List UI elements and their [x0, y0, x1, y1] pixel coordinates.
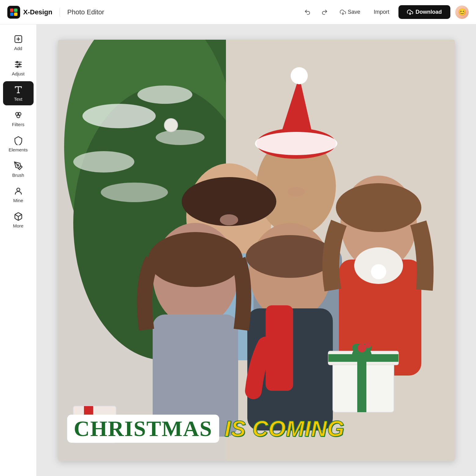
- app-name: X-Design: [23, 8, 52, 16]
- sidebar-text-label: Text: [14, 96, 23, 102]
- sidebar: Add Adjust: [0, 24, 37, 476]
- save-button[interactable]: Save: [336, 6, 365, 18]
- text-icon: [13, 85, 23, 95]
- sidebar-elements-label: Elements: [9, 147, 28, 152]
- logo-icon: [7, 6, 20, 19]
- sidebar-item-text[interactable]: Text: [3, 81, 34, 105]
- avatar-image: 😊: [455, 5, 469, 19]
- nav-divider: [60, 8, 60, 16]
- sidebar-add-label: Add: [14, 46, 22, 51]
- add-icon: [13, 34, 23, 44]
- mine-icon: [13, 186, 23, 196]
- sidebar-mine-label: Mine: [13, 198, 23, 203]
- canvas-wrapper[interactable]: Christmas IS COMING: [58, 40, 455, 461]
- brush-icon: [13, 161, 23, 171]
- redo-button[interactable]: [318, 6, 331, 18]
- sidebar-item-more[interactable]: More: [3, 208, 34, 232]
- sidebar-filters-label: Filters: [12, 122, 24, 127]
- svg-rect-3: [14, 13, 17, 16]
- nav-actions: Save Import Download 😊: [301, 5, 469, 19]
- sidebar-more-label: More: [13, 223, 23, 228]
- sidebar-item-mine[interactable]: Mine: [3, 183, 34, 207]
- svg-rect-68: [58, 40, 455, 461]
- canvas-image: Christmas IS COMING: [58, 40, 455, 461]
- more-icon: [13, 212, 23, 221]
- sidebar-item-filters[interactable]: Filters: [3, 107, 34, 131]
- christmas-text-container: Christmas IS COMING: [67, 415, 449, 443]
- page-title: Photo Editor: [67, 8, 104, 16]
- import-button[interactable]: Import: [369, 6, 394, 18]
- download-button[interactable]: Download: [398, 5, 450, 19]
- svg-point-20: [17, 165, 19, 166]
- sidebar-item-elements[interactable]: Elements: [3, 132, 34, 156]
- filters-icon: [13, 110, 23, 120]
- sidebar-brush-label: Brush: [12, 173, 24, 178]
- sidebar-adjust-label: Adjust: [12, 71, 25, 76]
- avatar[interactable]: 😊: [455, 5, 469, 19]
- svg-rect-2: [10, 13, 13, 16]
- sidebar-item-adjust[interactable]: Adjust: [3, 56, 34, 80]
- svg-point-10: [16, 61, 18, 63]
- svg-point-21: [17, 188, 20, 191]
- save-label: Save: [348, 9, 360, 15]
- adjust-icon: [13, 60, 23, 69]
- logo-block: X-Design: [7, 6, 52, 19]
- svg-rect-0: [10, 9, 13, 12]
- main-layout: Add Adjust: [0, 24, 476, 476]
- christmas-text: Christmas: [67, 415, 219, 443]
- sidebar-item-brush[interactable]: Brush: [3, 157, 34, 181]
- sidebar-item-add[interactable]: Add: [3, 31, 34, 55]
- import-label: Import: [374, 9, 389, 15]
- download-label: Download: [416, 9, 442, 15]
- topbar: X-Design Photo Editor Save Import: [0, 0, 476, 24]
- canvas-area: Christmas IS COMING: [37, 24, 476, 476]
- svg-point-14: [17, 66, 18, 67]
- undo-button[interactable]: [301, 6, 314, 18]
- svg-rect-1: [14, 9, 17, 12]
- elements-icon: [13, 136, 23, 145]
- svg-point-12: [19, 64, 20, 65]
- is-coming-text: IS COMING: [225, 416, 345, 441]
